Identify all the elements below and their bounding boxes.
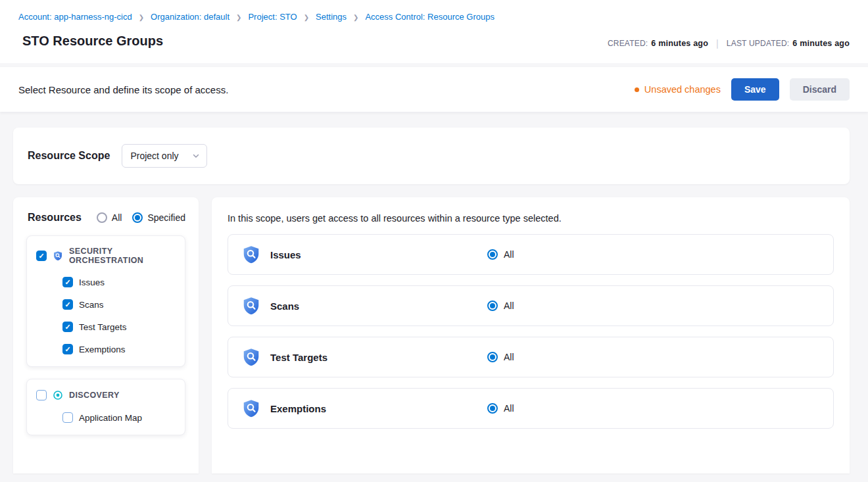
resource-row-exemptions: Exemptions All (228, 388, 834, 429)
tree-item-test-targets: Test Targets (62, 322, 176, 332)
access-radio-group: All (487, 249, 514, 260)
resource-row-label: Scans (270, 301, 487, 312)
resource-scope-card: Resource Scope Project only (13, 128, 850, 184)
discard-button[interactable]: Discard (790, 78, 850, 101)
page-header: Account: app-harness-ng-cicd ❯ Organizat… (0, 0, 868, 63)
radio-access-all[interactable] (487, 352, 498, 362)
created-label: Created: (608, 39, 648, 48)
access-radio-group: All (487, 301, 514, 311)
resource-scope-title: Resource Scope (28, 150, 110, 162)
tree-item-scans: Scans (62, 299, 176, 310)
header-meta: Created: 6 minutes ago | Last Updated: 6… (608, 38, 850, 49)
tree-item-exemptions: Exemptions (62, 344, 176, 354)
created-value: 6 minutes ago (651, 39, 708, 48)
shield-scan-icon (241, 245, 261, 264)
last-updated-value: 6 minutes ago (792, 39, 850, 48)
resource-group-discovery: DISCOVERY Application Map (26, 379, 185, 435)
access-label: All (504, 352, 514, 362)
tree-item-application-map: Application Map (62, 412, 176, 423)
resource-group-security-orchestration: SECURITY ORCHESTRATION Issues Scans Test… (26, 235, 185, 367)
checkbox-scans[interactable] (62, 299, 73, 310)
breadcrumb-link-account[interactable]: Account: app-harness-ng-cicd (18, 12, 132, 22)
page-title: STO Resource Groups (22, 34, 163, 49)
resource-row-label: Test Targets (270, 352, 487, 363)
breadcrumb: Account: app-harness-ng-cicd ❯ Organizat… (18, 12, 850, 22)
access-radio-group: All (487, 403, 514, 414)
unsaved-changes-indicator: Unsaved changes (635, 84, 721, 95)
shield-scan-icon (53, 251, 63, 261)
access-label: All (504, 403, 514, 414)
chevron-right-icon: ❯ (353, 14, 358, 21)
unsaved-changes-label: Unsaved changes (644, 84, 721, 95)
shield-scan-icon (241, 398, 261, 418)
breadcrumb-link-organization[interactable]: Organization: default (151, 12, 229, 22)
radio-all-label: All (112, 212, 122, 223)
checkbox-application-map[interactable] (62, 412, 73, 423)
scope-description: In this scope, users get access to all r… (228, 213, 834, 224)
resource-row-test-targets: Test Targets All (228, 337, 834, 377)
checkbox-exemptions[interactable] (62, 344, 73, 354)
meta-divider: | (716, 38, 719, 49)
group-name: SECURITY ORCHESTRATION (69, 247, 176, 265)
chevron-down-icon (192, 152, 200, 160)
access-radio-group: All (487, 352, 514, 362)
checkbox-discovery[interactable] (36, 390, 47, 400)
radio-option-specified[interactable]: Specified (132, 212, 185, 223)
action-toolbar: Select Resource and define its scope of … (0, 67, 868, 112)
resource-row-scans: Scans All (228, 285, 834, 326)
tree-item-label: Test Targets (79, 322, 127, 332)
resource-scope-select[interactable]: Project only (122, 144, 207, 168)
breadcrumb-link-resource-groups[interactable]: Access Control: Resource Groups (365, 12, 494, 22)
last-updated-label: Last Updated: (727, 39, 790, 48)
radio-access-all[interactable] (487, 249, 498, 260)
resource-row-label: Issues (270, 249, 487, 260)
shield-scan-icon (241, 296, 261, 316)
radio-specified[interactable] (132, 212, 143, 223)
checkbox-issues[interactable] (62, 277, 73, 287)
radio-access-all[interactable] (487, 301, 498, 311)
main-content: Resource Scope Project only Resources Al… (0, 112, 868, 473)
access-label: All (504, 301, 514, 311)
resources-mode-radio-group: All Specified (97, 212, 185, 223)
shield-scan-icon (241, 347, 261, 367)
chevron-right-icon: ❯ (139, 14, 144, 21)
access-label: All (504, 249, 514, 260)
tree-item-label: Scans (79, 300, 104, 310)
tree-item-label: Exemptions (79, 345, 126, 354)
radio-specified-label: Specified (147, 212, 185, 223)
checkbox-test-targets[interactable] (62, 322, 73, 332)
tree-item-label: Application Map (79, 413, 142, 423)
resources-panel: Resources All Specified (13, 197, 199, 473)
resources-title: Resources (26, 212, 82, 224)
group-name: DISCOVERY (69, 391, 120, 400)
tree-item-label: Issues (79, 277, 105, 287)
target-icon (53, 390, 63, 400)
breadcrumb-link-project[interactable]: Project: STO (248, 12, 297, 22)
chevron-right-icon: ❯ (304, 14, 309, 21)
radio-all[interactable] (97, 212, 107, 223)
resource-scope-selected-value: Project only (130, 151, 178, 161)
resource-row-issues: Issues All (228, 234, 834, 275)
radio-option-all[interactable]: All (97, 212, 122, 223)
chevron-right-icon: ❯ (236, 14, 241, 21)
tree-item-issues: Issues (62, 277, 176, 287)
radio-access-all[interactable] (487, 403, 498, 414)
resource-row-label: Exemptions (270, 403, 487, 414)
breadcrumb-link-settings[interactable]: Settings (316, 12, 347, 22)
save-button[interactable]: Save (731, 78, 779, 101)
checkbox-security-orchestration[interactable] (36, 251, 47, 261)
unsaved-dot-icon (635, 87, 639, 92)
toolbar-description: Select Resource and define its scope of … (18, 84, 228, 95)
scope-panel: In this scope, users get access to all r… (212, 197, 850, 473)
